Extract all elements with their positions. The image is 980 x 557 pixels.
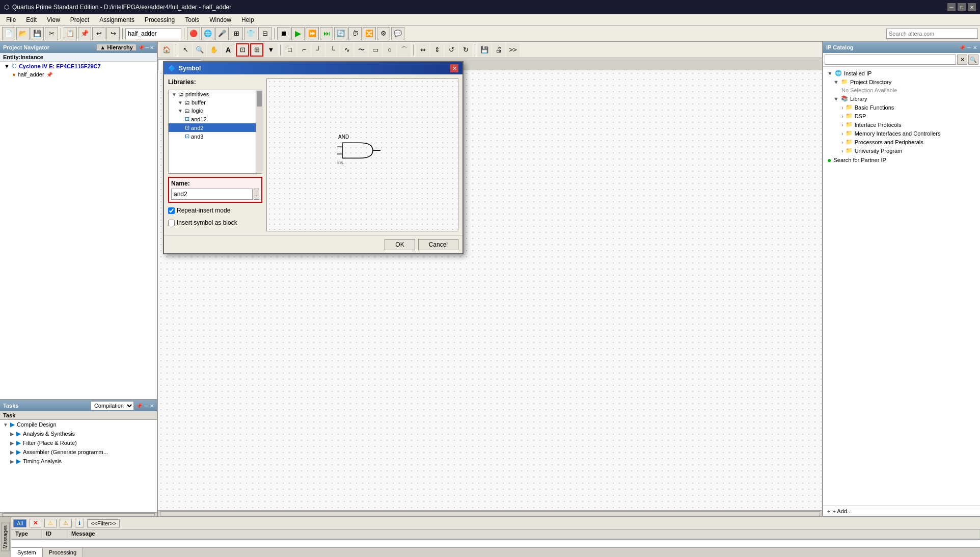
lib-buffer[interactable]: ▼ 🗂 buffer xyxy=(169,98,262,107)
dialog-footer: OK Cancel xyxy=(164,235,462,253)
symbol-dialog: 🔷 Symbol ✕ Libraries: ▼ 🗂 primitives ▼ xyxy=(163,61,464,254)
insert-as-block-row: Insert symbol as block xyxy=(168,218,262,227)
folder-icon: 🗂 xyxy=(178,91,184,97)
primitives-label: primitives xyxy=(185,91,209,97)
dialog-title: Symbol xyxy=(179,65,201,72)
insert-as-block-checkbox[interactable] xyxy=(168,220,175,226)
and2-label: and2 xyxy=(191,125,203,131)
expand-icon: ▼ xyxy=(178,108,183,114)
insert-as-block-label: Insert symbol as block xyxy=(177,219,237,226)
file-icon: ⊡ xyxy=(185,133,189,140)
name-input[interactable] xyxy=(171,189,253,200)
name-row: ... xyxy=(171,189,259,200)
cancel-button[interactable]: Cancel xyxy=(418,239,458,250)
lib-logic[interactable]: ▼ 🗂 logic xyxy=(169,107,262,115)
and3-label: and3 xyxy=(191,134,203,140)
libraries-label: Libraries: xyxy=(168,78,262,86)
and-label: AND xyxy=(338,134,349,140)
name-browse-btn[interactable]: ... xyxy=(254,189,259,200)
buffer-label: buffer xyxy=(192,99,206,105)
expand-icon: ▼ xyxy=(178,100,183,105)
lib-primitives[interactable]: ▼ 🗂 primitives xyxy=(169,90,262,98)
symbol-preview: AND ins... xyxy=(266,78,458,231)
name-section: Name: ... xyxy=(168,177,262,203)
expand-icon: ▼ xyxy=(172,92,177,97)
dialog-overlay: 🔷 Symbol ✕ Libraries: ▼ 🗂 primitives ▼ xyxy=(0,0,980,557)
dialog-close-btn[interactable]: ✕ xyxy=(450,64,458,72)
and12-label: and12 xyxy=(191,116,207,122)
library-tree: ▼ 🗂 primitives ▼ 🗂 buffer ▼ 🗂 logic xyxy=(168,90,262,174)
ins-label: ins... xyxy=(337,160,347,165)
folder-icon: 🗂 xyxy=(184,108,190,114)
lib-scroll-thumb xyxy=(257,91,262,107)
repeat-insert-row: Repeat-insert mode xyxy=(168,206,262,215)
repeat-insert-label: Repeat-insert mode xyxy=(177,207,230,214)
dialog-left: Libraries: ▼ 🗂 primitives ▼ 🗂 buffer ▼ xyxy=(168,78,262,231)
dialog-icon: 🔷 xyxy=(168,65,176,72)
file-icon: ⊡ xyxy=(185,124,189,131)
and-gate-preview: AND ins... xyxy=(337,132,388,170)
repeat-insert-checkbox[interactable] xyxy=(168,207,175,214)
folder-icon: 🗂 xyxy=(184,99,190,105)
lib-tree-scrollbar[interactable] xyxy=(256,90,262,173)
dialog-body: Libraries: ▼ 🗂 primitives ▼ 🗂 buffer ▼ xyxy=(164,74,462,235)
and-gate-svg: AND ins... xyxy=(337,132,388,168)
name-label: Name: xyxy=(171,180,259,187)
lib-and2[interactable]: ⊡ and2 xyxy=(169,123,262,132)
lib-and12[interactable]: ⊡ and12 xyxy=(169,115,262,123)
ok-button[interactable]: OK xyxy=(385,239,415,250)
dialog-title-bar: 🔷 Symbol ✕ xyxy=(164,62,462,74)
logic-label: logic xyxy=(192,108,203,114)
lib-and3[interactable]: ⊡ and3 xyxy=(169,132,262,141)
file-icon: ⊡ xyxy=(185,116,189,122)
